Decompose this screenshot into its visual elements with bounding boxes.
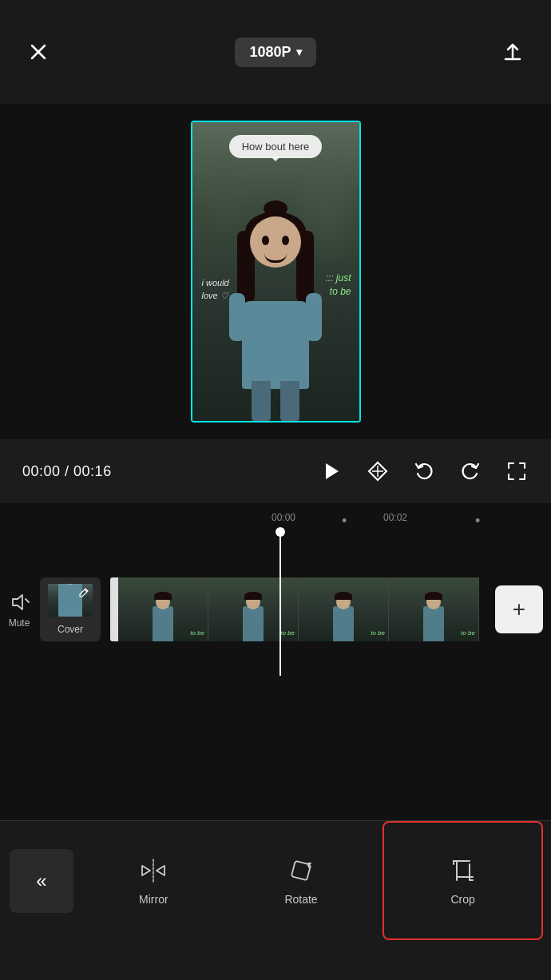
clip-frame-1: to be — [118, 577, 208, 641]
fullscreen-icon — [505, 459, 529, 483]
playhead[interactable] — [279, 532, 281, 676]
export-button[interactable] — [497, 36, 529, 68]
mirror-button[interactable]: Mirror — [80, 821, 228, 940]
ruler-mark-2: 00:02 — [383, 512, 407, 523]
add-clip-button[interactable]: + — [495, 585, 543, 633]
video-content: How bout here i wouldlove ♡ ::: justto b… — [192, 122, 359, 421]
control-icons — [319, 459, 529, 483]
overlay-text-2: ::: justto be — [325, 272, 351, 299]
cover-button[interactable]: Cover — [40, 577, 101, 641]
mirror-label: Mirror — [139, 893, 168, 906]
svg-marker-12 — [142, 866, 150, 875]
current-time: 00:00 — [22, 463, 61, 479]
rotate-button[interactable]: Rotate — [228, 821, 375, 940]
timeline-section: 00:00 • 00:02 • Mute — [0, 503, 551, 687]
svg-marker-13 — [157, 866, 165, 875]
close-button[interactable] — [22, 36, 54, 68]
track-controls: Mute — [8, 591, 30, 629]
redo-button[interactable] — [458, 459, 482, 483]
speech-bubble: How bout here — [229, 135, 323, 158]
close-icon — [27, 41, 50, 63]
play-icon — [319, 459, 343, 483]
timeline-tracks: Mute Cover — [0, 532, 551, 687]
mute-button[interactable]: Mute — [8, 591, 30, 629]
chevron-down-icon: ▾ — [296, 46, 302, 58]
clip-frame-3: to be — [299, 577, 389, 641]
export-icon — [501, 40, 525, 64]
rotate-icon — [287, 856, 315, 885]
cover-label: Cover — [57, 624, 83, 635]
play-button[interactable] — [319, 459, 343, 483]
crop-icon — [449, 856, 478, 885]
effects-button[interactable] — [366, 459, 390, 483]
add-icon: + — [513, 597, 525, 622]
back-chevron-icon: « — [36, 870, 46, 892]
mute-icon — [8, 591, 30, 613]
time-display: 00:00 / 00:16 — [22, 463, 112, 480]
clip-frame-2: to be — [208, 577, 299, 641]
character — [212, 189, 339, 421]
video-preview-area: How bout here i wouldlove ♡ ::: justto b… — [0, 104, 551, 439]
resolution-label: 1080P — [249, 44, 291, 61]
top-bar: 1080P ▾ — [0, 0, 551, 104]
ruler-mark-0: 00:00 — [272, 512, 295, 523]
undo-button[interactable] — [412, 459, 436, 483]
fullscreen-button[interactable] — [505, 459, 529, 483]
controls-bar: 00:00 / 00:16 — [0, 439, 551, 503]
svg-marker-8 — [13, 595, 22, 609]
timeline-ruler: 00:00 • 00:02 • — [0, 503, 551, 532]
svg-marker-4 — [326, 463, 339, 479]
time-separator: / — [65, 463, 69, 479]
empty-space — [0, 687, 551, 820]
svg-line-9 — [26, 599, 29, 602]
crop-button[interactable]: Crop — [383, 821, 543, 940]
ruler-dot-2: • — [475, 513, 480, 530]
video-frame: How bout here i wouldlove ♡ ::: justto b… — [191, 121, 361, 423]
bottom-toolbar: « Mirror Rotate Crop — [0, 820, 551, 940]
undo-icon — [412, 459, 436, 483]
mute-label: Mute — [9, 617, 30, 629]
back-button[interactable]: « — [10, 849, 73, 913]
overlay-text-1: i wouldlove ♡ — [202, 277, 229, 302]
rotate-label: Rotate — [284, 893, 317, 906]
crop-label: Crop — [451, 893, 475, 906]
total-time: 00:16 — [73, 463, 112, 479]
effects-icon — [366, 459, 390, 483]
clip-track[interactable]: to be to be to be — [110, 577, 479, 641]
mirror-icon — [139, 856, 168, 885]
clip-frame-4: to be — [389, 577, 479, 641]
resolution-button[interactable]: 1080P ▾ — [235, 38, 315, 67]
ruler-dot-1: • — [342, 513, 347, 530]
redo-icon — [458, 459, 482, 483]
